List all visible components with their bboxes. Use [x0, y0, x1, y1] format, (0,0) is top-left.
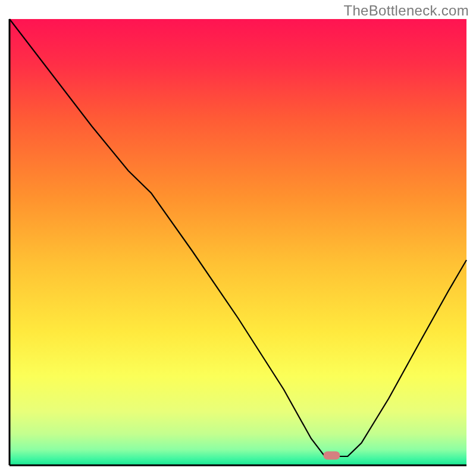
plot-gradient-background	[10, 19, 466, 465]
optimal-marker	[323, 452, 340, 460]
watermark-text: TheBottleneck.com	[343, 2, 469, 19]
bottleneck-chart	[0, 0, 476, 476]
chart-container: TheBottleneck.com	[0, 0, 476, 476]
